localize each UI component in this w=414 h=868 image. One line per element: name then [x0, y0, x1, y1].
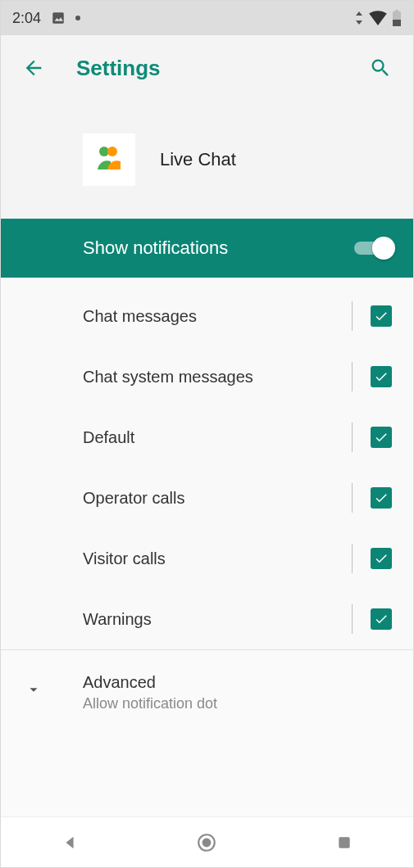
triangle-back-icon — [61, 834, 79, 852]
category-label: Warnings — [83, 610, 334, 629]
check-icon — [374, 309, 389, 323]
svg-point-6 — [107, 147, 117, 156]
livechat-logo-icon — [89, 140, 129, 179]
arrow-back-icon — [22, 57, 45, 79]
status-bar: 2:04 — [1, 1, 413, 35]
category-row[interactable]: Chat messages — [1, 286, 413, 346]
advanced-title: Advanced — [83, 673, 217, 692]
divider — [352, 544, 353, 573]
data-icon — [354, 11, 364, 25]
app-info-row: Live Chat — [1, 101, 413, 219]
category-checkbox[interactable] — [371, 427, 392, 448]
check-icon — [374, 369, 389, 384]
square-recent-icon — [336, 834, 353, 851]
show-notifications-label: Show notifications — [83, 237, 354, 259]
app-icon — [83, 133, 135, 186]
divider — [352, 604, 353, 634]
advanced-subtitle: Allow notification dot — [83, 695, 217, 712]
circle-home-icon — [196, 832, 217, 853]
category-row[interactable]: Visitor calls — [1, 528, 413, 589]
status-time: 2:04 — [12, 10, 41, 27]
divider — [352, 301, 353, 331]
category-label: Default — [83, 428, 334, 447]
category-label: Chat system messages — [83, 368, 334, 387]
svg-point-1 — [75, 16, 80, 20]
divider — [352, 362, 353, 391]
category-label: Visitor calls — [83, 549, 334, 568]
check-icon — [374, 612, 389, 626]
page-title: Settings — [76, 56, 364, 81]
show-notifications-switch[interactable] — [354, 237, 392, 260]
category-checkbox[interactable] — [371, 548, 392, 569]
battery-icon — [392, 10, 402, 26]
search-icon — [369, 57, 392, 79]
dot-icon — [75, 16, 80, 20]
divider — [352, 483, 353, 513]
svg-point-8 — [202, 838, 212, 847]
check-icon — [374, 551, 389, 566]
app-name: Live Chat — [160, 149, 236, 170]
nav-recent-button[interactable] — [320, 826, 369, 859]
svg-rect-3 — [395, 10, 398, 12]
category-label: Chat messages — [83, 307, 334, 326]
categories-list: Chat messages Chat system messages Defau… — [1, 278, 413, 650]
check-icon — [374, 491, 389, 505]
app-bar: Settings — [1, 35, 413, 101]
expand-button[interactable] — [17, 673, 50, 706]
category-row[interactable]: Default — [1, 407, 413, 468]
svg-rect-0 — [52, 12, 64, 24]
category-checkbox[interactable] — [371, 608, 392, 630]
category-label: Operator calls — [83, 489, 334, 508]
category-row[interactable]: Chat system messages — [1, 346, 413, 407]
show-notifications-row[interactable]: Show notifications — [1, 219, 413, 278]
svg-rect-4 — [393, 20, 401, 26]
nav-back-button[interactable] — [45, 826, 94, 859]
system-nav-bar — [1, 816, 413, 867]
check-icon — [374, 430, 389, 445]
category-row[interactable]: Warnings — [1, 589, 413, 649]
divider — [352, 423, 353, 452]
category-checkbox[interactable] — [371, 487, 392, 509]
back-button[interactable] — [17, 52, 50, 84]
advanced-row[interactable]: Advanced Allow notification dot — [1, 650, 413, 816]
category-row[interactable]: Operator calls — [1, 468, 413, 528]
svg-rect-9 — [339, 837, 349, 848]
chevron-down-icon — [25, 680, 43, 698]
category-checkbox[interactable] — [371, 305, 392, 327]
search-button[interactable] — [364, 52, 397, 84]
nav-home-button[interactable] — [182, 826, 231, 859]
category-checkbox[interactable] — [371, 366, 392, 387]
image-icon — [51, 11, 66, 25]
wifi-icon — [369, 11, 387, 25]
